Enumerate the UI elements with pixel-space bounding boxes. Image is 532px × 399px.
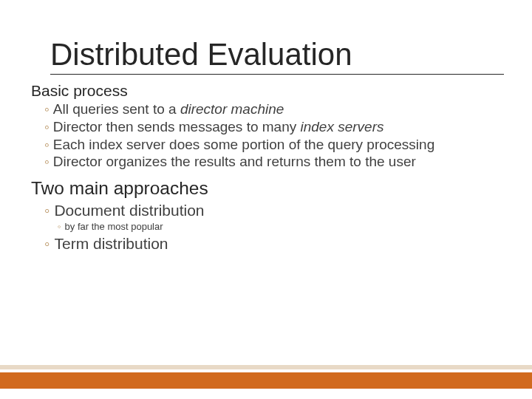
slide-title: Distributed Evaluation — [50, 37, 504, 75]
bullet-icon: ◦ — [58, 221, 61, 233]
list-item-text: Term distribution — [54, 233, 168, 254]
text-run: All queries sent to a — [53, 101, 180, 117]
bullet-icon: ◦ — [44, 100, 50, 118]
list-item-text: Director organizes the results and retur… — [53, 153, 416, 171]
slide-body: Basic process ◦ All queries sent to a di… — [31, 82, 504, 255]
bullet-icon: ◦ — [44, 153, 50, 171]
slide: Distributed Evaluation Basic process ◦ A… — [0, 0, 532, 399]
text-run: Director then sends messages to many — [53, 119, 301, 134]
list-item-text: All queries sent to a director machine — [53, 100, 284, 118]
text-emph: director machine — [180, 101, 284, 117]
list-item: ◦ Director then sends messages to many i… — [44, 118, 504, 136]
list-item-text: by far the most popular — [65, 221, 163, 233]
footer-bar — [0, 372, 532, 389]
section-heading: Two main approaches — [31, 178, 504, 199]
list-item: ◦ Each index server does some portion of… — [44, 136, 504, 154]
list-item-text: Director then sends messages to many ind… — [53, 118, 384, 136]
text-emph: index servers — [301, 119, 384, 134]
list-item: ◦ All queries sent to a director machine — [44, 100, 504, 118]
list-item: ◦ Director organizes the results and ret… — [44, 153, 504, 171]
list-item-text: Each index server does some portion of t… — [53, 136, 434, 154]
list-item: ◦ Term distribution — [44, 233, 504, 254]
bullet-icon: ◦ — [44, 136, 50, 154]
list-item: ◦ Document distribution — [44, 200, 504, 221]
list-item-text: Document distribution — [54, 200, 204, 221]
list-item: ◦ by far the most popular — [58, 221, 504, 233]
bullet-icon: ◦ — [44, 200, 50, 221]
section-heading: Basic process — [31, 82, 504, 100]
bullet-icon: ◦ — [44, 233, 50, 254]
bullet-icon: ◦ — [44, 118, 50, 136]
